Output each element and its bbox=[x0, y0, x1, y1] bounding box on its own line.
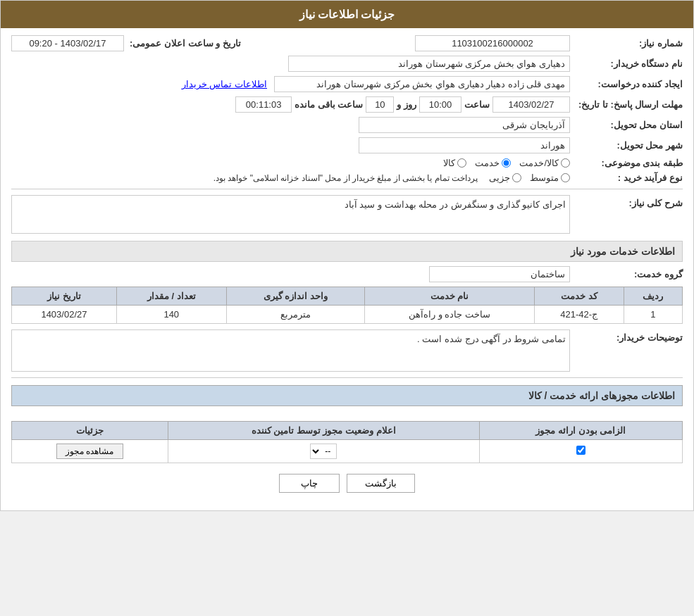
page-wrapper: جزئیات اطلاعات نیاز شماره نیاز: 11031002… bbox=[0, 0, 694, 511]
tozihat-label: توضیحات خریدار: bbox=[570, 329, 683, 343]
radio-kala-label: کالا bbox=[443, 158, 455, 168]
radio-khedmat: خدمت bbox=[475, 158, 511, 168]
tozihat-value-box: تمامی شروط در آگهی درج شده است . bbox=[11, 329, 570, 372]
radio-khedmat-label: خدمت bbox=[475, 158, 500, 168]
shahr-value: هوراند bbox=[359, 137, 570, 153]
page-title: جزئیات اطلاعات نیاز bbox=[299, 8, 395, 20]
perm-elam-select[interactable]: -- bbox=[310, 444, 337, 459]
cell-tarikh_niaz: 1403/02/27 bbox=[12, 306, 117, 324]
col-vahed-andaze: واحد اندازه گیری bbox=[226, 287, 364, 306]
footer-buttons: چاپ بازگشت bbox=[11, 463, 683, 503]
radio-kala: کالا bbox=[443, 158, 466, 168]
col-kod-khedmat: کد خدمت bbox=[534, 287, 624, 306]
ijad-konande-label: ایجاد کننده درخواست: bbox=[570, 79, 683, 89]
tarik-elan-value: 1403/02/17 - 09:20 bbox=[11, 35, 124, 51]
row-tozihat: توضیحات خریدار: تمامی شروط در آگهی درج ش… bbox=[11, 329, 683, 372]
shomara-value: 1103100216000002 bbox=[415, 35, 570, 51]
mohlat-label: مهلت ارسال پاسخ: تا تاریخ: bbox=[570, 99, 683, 110]
print-button[interactable]: چاپ bbox=[279, 474, 340, 493]
shahr-label: شهر محل تحویل: bbox=[570, 140, 683, 151]
mohlat-remaining-label: ساعت باقی مانده bbox=[295, 99, 363, 110]
radio-mottaset-input[interactable] bbox=[561, 173, 570, 182]
nooe-procedure-text: پرداخت تمام یا بخشی از مبلغ خریدار از مح… bbox=[213, 173, 478, 183]
ijad-konande-value: مهدی قلی زاده دهیار دهیاری هواي بخش مرکز… bbox=[274, 76, 570, 92]
mohlat-date: 1403/02/27 bbox=[492, 96, 570, 113]
row-mohlat: مهلت ارسال پاسخ: تا تاریخ: 1403/02/27 سا… bbox=[11, 96, 683, 113]
naam-dastgah-value: دهیاری هواي بخش مرکزی شهرستان هوراند bbox=[288, 56, 570, 72]
row-nooe-farayand: نوع فرآیند خرید : متوسط جزیی پرداخت تمام… bbox=[11, 172, 683, 183]
cell-vahed_andaze: مترمربع bbox=[226, 306, 364, 324]
cell-naam_khedmat: ساخت جاده و راه‌آهن bbox=[364, 306, 534, 324]
row-shahr: شهر محل تحویل: هوراند bbox=[11, 137, 683, 153]
ostan-value: آذربایجان شرقی bbox=[359, 117, 570, 133]
radio-jozii-label: جزیی bbox=[489, 172, 510, 183]
table-row: 1ج-42-421ساخت جاده و راه‌آهنمترمربع14014… bbox=[12, 306, 683, 324]
radio-kala-khedmat-input[interactable] bbox=[561, 158, 570, 168]
perm-col-joziyat: جزئیات bbox=[12, 422, 168, 440]
perm-elzami-checkbox[interactable] bbox=[576, 446, 585, 455]
radio-kala-khedmat-label: کالا/خدمت bbox=[519, 158, 559, 168]
services-header: اطلاعات خدمات مورد نیاز bbox=[11, 241, 683, 262]
naam-dastgah-label: نام دستگاه خریدار: bbox=[570, 58, 683, 69]
sharh-value: اجرای کانیو گذاری و سنگفرش در محله بهداش… bbox=[345, 199, 566, 210]
shomara-label: شماره نیاز: bbox=[570, 38, 683, 49]
row-shomara: شماره نیاز: 1103100216000002 تاریخ و ساع… bbox=[11, 35, 683, 51]
perm-row-1: -- مشاهده مجوز bbox=[12, 440, 683, 463]
perm-joziyat-cell: مشاهده مجوز bbox=[12, 440, 168, 463]
col-tedaad: تعداد / مقدار bbox=[116, 287, 226, 306]
tabaqe-label: طبقه بندی موضوعی: bbox=[570, 158, 683, 168]
tozihat-value: تمامی شروط در آگهی درج شده است . bbox=[417, 334, 566, 344]
cell-kod_khedmat: ج-42-421 bbox=[534, 306, 624, 324]
row-tabaqe: طبقه بندی موضوعی: کالا/خدمت خدمت کالا bbox=[11, 158, 683, 168]
radio-kala-khedmat: کالا/خدمت bbox=[519, 158, 570, 168]
col-tarikh: تاریخ نیاز bbox=[12, 287, 117, 306]
radio-mottaset: متوسط bbox=[530, 172, 570, 183]
radio-jozii-input[interactable] bbox=[512, 173, 521, 182]
row-ostan: استان محل تحویل: آذربایجان شرقی bbox=[11, 117, 683, 133]
row-sharh: شرح کلی نیاز: اجرای کانیو گذاری و سنگفرش… bbox=[11, 195, 683, 234]
radio-khedmat-input[interactable] bbox=[502, 158, 511, 168]
radio-jozii: جزیی bbox=[489, 172, 521, 183]
mohlat-remaining-value: 00:11:03 bbox=[235, 96, 292, 113]
permissions-table: الزامی بودن ارائه مجوز اعلام وضعیت مجوز … bbox=[11, 421, 683, 463]
mohlat-saat-value: 10:00 bbox=[419, 96, 461, 113]
perm-view-button[interactable]: مشاهده مجوز bbox=[56, 444, 123, 459]
radio-kala-input[interactable] bbox=[457, 158, 466, 168]
cell-tedaad_meghdaar: 140 bbox=[116, 306, 226, 324]
col-naam-khedmat: نام خدمت bbox=[364, 287, 534, 306]
ostan-label: استان محل تحویل: bbox=[570, 120, 683, 130]
col-radif: ردیف bbox=[624, 287, 682, 306]
gorohe-khedmat-label: گروه خدمت: bbox=[570, 269, 683, 279]
radio-mottaset-label: متوسط bbox=[530, 172, 559, 183]
content-area: شماره نیاز: 1103100216000002 تاریخ و ساع… bbox=[1, 28, 693, 510]
tarik-elan-label: تاریخ و ساعت اعلان عمومی: bbox=[124, 38, 241, 49]
permissions-section-label: اطلاعات مجوزهای ارائه خدمت / کالا bbox=[11, 385, 683, 406]
mohlat-roz-value: 10 bbox=[366, 96, 394, 113]
gorohe-khedmat-value: ساختمان bbox=[429, 266, 570, 282]
perm-col-elzami: الزامی بودن ارائه مجوز bbox=[479, 422, 682, 440]
row-ijad-konande: ایجاد کننده درخواست: مهدی قلی زاده دهیار… bbox=[11, 76, 683, 92]
perm-col-elam: اعلام وضعیت مجوز توسط تامین کننده bbox=[168, 422, 479, 440]
mohlat-roz-label: روز و bbox=[397, 99, 416, 110]
services-table: ردیف کد خدمت نام خدمت واحد اندازه گیری ت… bbox=[11, 287, 683, 324]
nooe-radio-group: متوسط جزیی bbox=[489, 172, 570, 183]
perm-elzami-checkbox-cell bbox=[479, 440, 682, 463]
page-header: جزئیات اطلاعات نیاز bbox=[1, 1, 693, 28]
sharh-label: شرح کلی نیاز: bbox=[570, 195, 683, 208]
back-button[interactable]: بازگشت bbox=[347, 474, 415, 493]
row-naam-dastgah: نام دستگاه خریدار: دهیاری هواي بخش مرکزی… bbox=[11, 56, 683, 72]
sharh-value-box: اجرای کانیو گذاری و سنگفرش در محله بهداش… bbox=[11, 195, 570, 234]
perm-elam-cell: -- bbox=[168, 440, 479, 463]
nooe-farayand-label: نوع فرآیند خرید : bbox=[570, 172, 683, 183]
row-gorohe-khedmat: گروه خدمت: ساختمان bbox=[11, 266, 683, 282]
tabaqe-radio-group: کالا/خدمت خدمت کالا bbox=[443, 158, 570, 168]
contact-info-link[interactable]: اطلاعات تماس خریدار bbox=[182, 79, 267, 89]
mohlat-saat-label: ساعت bbox=[464, 99, 490, 110]
cell-radif: 1 bbox=[624, 306, 682, 324]
